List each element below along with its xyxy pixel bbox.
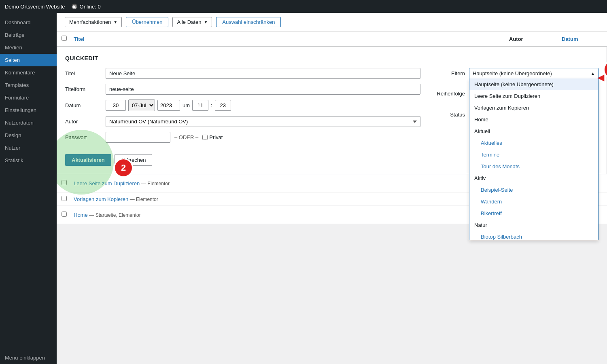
- dropdown-item-natur[interactable]: Natur: [469, 219, 598, 231]
- dropdown-item-aktuelles[interactable]: Aktuelles: [469, 137, 598, 149]
- quickedit-form-right: Eltern Hauptseite (keine Übergeordnete) …: [429, 68, 599, 166]
- mehrfachaktionen-dropdown[interactable]: Mehrfachaktionen ▼: [65, 17, 122, 27]
- row-checkbox-vorlagen[interactable]: [62, 196, 70, 202]
- row-checkbox-leere-seite[interactable]: [62, 180, 70, 186]
- datum-hour-input[interactable]: [192, 100, 208, 111]
- col-autor-header: Autor: [509, 36, 558, 42]
- sidebar-item-templates[interactable]: Templates: [0, 79, 57, 91]
- col-title-header[interactable]: Titel: [74, 36, 505, 42]
- quickedit-panel: QUICKEDIT Titel Titelform Datum: [57, 47, 607, 174]
- passwort-input[interactable]: [106, 132, 170, 143]
- eltern-dropdown-list[interactable]: Hauptseite (keine Übergeordnete) Leere S…: [469, 78, 599, 240]
- privat-checkbox[interactable]: [202, 135, 208, 140]
- eltern-dropdown-wrapper: Hauptseite (keine Übergeordnete) ▲ Haupt…: [469, 68, 599, 78]
- leere-seite-meta: — Elementor: [141, 181, 170, 186]
- home-checkbox[interactable]: [62, 212, 67, 217]
- eltern-label: Eltern: [429, 70, 465, 76]
- sidebar-item-nutzer[interactable]: Nutzer: [0, 142, 57, 154]
- datum-um-text: um: [183, 102, 190, 108]
- eltern-dropdown-arrow-icon: ▲: [591, 71, 595, 76]
- mehrfachaktionen-arrow-icon: ▼: [113, 20, 117, 24]
- passwort-row: Passwort – ODER – Privat: [65, 132, 420, 143]
- select-all-checkbox[interactable]: [62, 36, 67, 41]
- home-meta: — Startseite, Elementor: [89, 212, 140, 218]
- dropdown-item-home[interactable]: Home: [469, 114, 598, 125]
- aktualisieren-button[interactable]: Aktualisieren: [65, 154, 111, 166]
- alle-daten-arrow-icon: ▼: [204, 20, 208, 24]
- oder-text: – ODER –: [174, 134, 198, 140]
- leere-seite-checkbox[interactable]: [62, 180, 67, 185]
- row-checkbox-home[interactable]: [62, 212, 70, 218]
- datum-colon: :: [211, 102, 212, 108]
- col-datum-header[interactable]: Datum: [562, 36, 602, 42]
- sidebar-item-beitraege[interactable]: Beiträge: [0, 29, 57, 41]
- actions-bar: Mehrfachaktionen ▼ Übernehmen Alle Daten…: [57, 13, 607, 32]
- sidebar-item-nutzerdaten[interactable]: Nutzerdaten: [0, 116, 57, 129]
- action-buttons: Aktualisieren Abbrechen 2: [65, 154, 420, 166]
- table-header: Titel Autor Datum: [57, 32, 607, 47]
- dropdown-item-leere-seite[interactable]: Leere Seite zum Duplizieren: [469, 90, 598, 102]
- leere-seite-title[interactable]: Leere Seite zum Duplizieren — Elementor: [74, 180, 505, 186]
- titelform-row: Titelform: [65, 84, 420, 95]
- auswahl-einschraenken-button[interactable]: Auswahl einschränken: [216, 17, 281, 27]
- dropdown-item-beispiel-seite[interactable]: Beispiel-Seite: [469, 184, 598, 196]
- sidebar-item-medien[interactable]: Medien: [0, 41, 57, 54]
- eltern-dropdown-selected[interactable]: Hauptseite (keine Übergeordnete) ▲: [469, 68, 599, 78]
- dropdown-item-termine[interactable]: Termine: [469, 149, 598, 161]
- sidebar: Dashboard Beiträge Medien Seiten Komment…: [0, 13, 57, 364]
- vorlagen-meta: — Elementor: [130, 197, 158, 202]
- topbar: Demo Ortsverein Website ◉ Online: 0: [0, 0, 607, 13]
- autor-label: Autor: [65, 119, 102, 125]
- sidebar-item-formulare[interactable]: Formulare: [0, 91, 57, 104]
- datum-label: Datum: [65, 102, 102, 108]
- sidebar-item-kommentare[interactable]: Kommentare: [0, 66, 57, 79]
- uebernehmen-button[interactable]: Übernehmen: [126, 17, 168, 27]
- sidebar-item-statistik[interactable]: Statistik: [0, 154, 57, 167]
- online-icon: ◉: [72, 4, 77, 9]
- quickedit-form-left: Titel Titelform Datum 07-Jul: [65, 68, 420, 166]
- datum-row: Datum 07-Jul um :: [65, 99, 420, 111]
- autor-select[interactable]: Naturfreund OV (Naturfreund OV): [106, 116, 420, 127]
- reihenfolge-label: Reihenfolge: [429, 91, 465, 97]
- topbar-online: ◉ Online: 0: [72, 4, 101, 10]
- topbar-title: Demo Ortsverein Website: [5, 4, 65, 10]
- dropdown-item-hauptseite[interactable]: Hauptseite (keine Übergeordnete): [469, 78, 598, 90]
- datum-minute-input[interactable]: [215, 100, 231, 111]
- dropdown-item-tour-des-monats[interactable]: Tour des Monats: [469, 161, 598, 172]
- dropdown-item-aktiv[interactable]: Aktiv: [469, 172, 598, 184]
- alle-daten-dropdown[interactable]: Alle Daten ▼: [172, 17, 212, 27]
- privat-label: Privat: [202, 134, 223, 140]
- sidebar-item-einstellungen[interactable]: Einstellungen: [0, 104, 57, 116]
- titel-label: Titel: [65, 70, 102, 76]
- passwort-label: Passwort: [65, 134, 102, 140]
- datum-month-select[interactable]: 07-Jul: [128, 99, 155, 111]
- dropdown-item-biotop-silberbach[interactable]: Biotop Silberbach: [469, 231, 598, 240]
- dropdown-item-bikertreff[interactable]: Bikertreff: [469, 207, 598, 219]
- quickedit-title: QUICKEDIT: [65, 55, 599, 61]
- vorlagen-checkbox[interactable]: [62, 196, 67, 201]
- sidebar-item-design[interactable]: Design: [0, 129, 57, 142]
- password-inputs: – ODER – Privat: [106, 132, 223, 143]
- date-inputs: 07-Jul um :: [106, 99, 231, 111]
- datum-year-input[interactable]: [157, 100, 180, 111]
- home-title[interactable]: Home — Startseite, Elementor: [74, 212, 505, 218]
- titelform-label: Titelform: [65, 86, 102, 92]
- dropdown-item-aktuell[interactable]: Aktuell: [469, 125, 598, 137]
- vorlagen-title[interactable]: Vorlagen zum Kopieren — Elementor: [74, 196, 505, 202]
- datum-day-input[interactable]: [106, 100, 126, 111]
- dropdown-item-vorlagen[interactable]: Vorlagen zum Kopieren: [469, 102, 598, 114]
- autor-row: Autor Naturfreund OV (Naturfreund OV): [65, 116, 420, 127]
- sidebar-collapse[interactable]: Menü einklappen: [0, 351, 57, 364]
- dropdown-item-wandern[interactable]: Wandern: [469, 196, 598, 207]
- main-content: Mehrfachaktionen ▼ Übernehmen Alle Daten…: [57, 13, 607, 364]
- annotation-circle-2: 2: [114, 158, 133, 178]
- sidebar-item-seiten[interactable]: Seiten: [0, 54, 57, 66]
- titel-row: Titel: [65, 68, 420, 79]
- eltern-row: Eltern Hauptseite (keine Übergeordnete) …: [429, 68, 599, 78]
- titelform-input[interactable]: [106, 84, 420, 95]
- sidebar-item-dashboard[interactable]: Dashboard: [0, 16, 57, 29]
- header-checkbox[interactable]: [62, 36, 70, 42]
- titel-input[interactable]: [106, 68, 420, 79]
- status-label: Status: [429, 112, 465, 118]
